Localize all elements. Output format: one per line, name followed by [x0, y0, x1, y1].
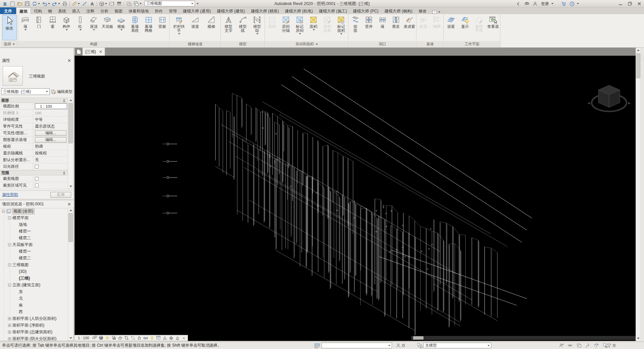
tab-建筑[interactable]: 建筑 — [16, 7, 31, 14]
button-竖井[interactable]: 竖井 — [362, 15, 376, 29]
horizontal-scrollbar[interactable] — [411, 336, 636, 340]
ribbon-collapse-button[interactable] — [432, 10, 440, 14]
panel-label-模型[interactable]: 模型 — [221, 41, 264, 47]
scale-input[interactable]: 1 : 100 — [35, 103, 67, 109]
close-icon[interactable] — [67, 202, 71, 207]
button-面积[interactable]: 面积 — [307, 15, 320, 31]
tree-item[interactable]: 面积平面 (净面积) — [0, 322, 68, 329]
button-标记房间[interactable]: 1标记 房间 — [293, 15, 306, 35]
crop-view-icon[interactable] — [124, 336, 130, 341]
search-icon[interactable] — [524, 1, 529, 6]
tree-item[interactable]: 天花板平面 — [0, 241, 68, 248]
vertical-scrollbar[interactable] — [636, 48, 641, 341]
button-房间分隔[interactable]: 房间 分隔 — [279, 15, 293, 33]
tab-系统[interactable]: 系统 — [55, 7, 69, 14]
expand-icon[interactable] — [8, 331, 11, 334]
expand-icon[interactable] — [8, 324, 11, 327]
button-门[interactable]: 门 — [32, 15, 46, 29]
tree-item[interactable]: 楼层一 — [0, 228, 68, 235]
collapse-icon[interactable] — [8, 284, 11, 287]
button-幕墙网格[interactable]: 幕墙 网格 — [142, 15, 155, 33]
button-模型组[interactable]: 模型 组 — [250, 15, 264, 35]
save-icon[interactable] — [24, 1, 31, 7]
type-preview[interactable] — [3, 66, 23, 86]
tab-管理[interactable]: 管理 — [166, 7, 180, 14]
tree-item[interactable]: 场地 — [0, 221, 68, 228]
button-标记面积[interactable]: 1标记 面积 — [334, 15, 348, 35]
aligned-dimension-icon[interactable] — [81, 1, 88, 7]
tab-视图[interactable]: 视图 — [111, 7, 126, 14]
switch-windows-icon[interactable] — [133, 1, 142, 7]
temp-hide-isolate-icon[interactable] — [143, 336, 149, 341]
checkbox[interactable] — [35, 165, 39, 168]
qat-customize-button[interactable] — [195, 1, 199, 7]
expand-icon[interactable] — [8, 337, 11, 340]
displacement-set-icon[interactable] — [168, 336, 174, 341]
selection-filter-icon[interactable] — [606, 343, 612, 349]
button-构件[interactable]: 构件 — [59, 15, 73, 31]
drawing-area[interactable]: {三维} 1 : 100 < — [75, 48, 636, 341]
pin-select-icon[interactable] — [585, 343, 591, 349]
checkbox[interactable] — [35, 184, 39, 187]
tab-协作[interactable]: 协作 — [152, 7, 166, 14]
edit-button[interactable]: 编辑... — [35, 137, 66, 143]
vcb-expand[interactable]: < — [182, 336, 186, 340]
tree-item[interactable]: 立面 (建筑立面) — [0, 282, 68, 288]
minimize-icon[interactable] — [616, 0, 625, 7]
button-模型文字[interactable]: 模型 文字 — [221, 15, 236, 33]
tree-item[interactable]: 楼层一 — [0, 248, 68, 255]
type-selector[interactable]: 三维视图: {三维} — [1, 88, 50, 95]
tab-结构[interactable]: 结构 — [31, 7, 45, 14]
collapse-icon[interactable] — [8, 216, 11, 219]
button-幕墙系统[interactable]: 幕墙 系统 — [128, 15, 142, 33]
undo-icon[interactable] — [41, 1, 51, 7]
edit-button[interactable]: 编辑... — [35, 131, 66, 136]
button-楼梯[interactable]: 楼梯 — [204, 15, 218, 29]
button-墙[interactable]: 墙 — [18, 15, 32, 31]
button-显示[interactable]: 显示 — [458, 15, 472, 29]
detail-level-icon[interactable] — [92, 336, 98, 341]
horizontal-scrollbar-thumb[interactable] — [413, 336, 424, 340]
collapse-icon[interactable] — [8, 263, 11, 266]
text-icon[interactable]: A — [89, 1, 95, 7]
button-坡道[interactable]: 坡道 — [188, 15, 202, 29]
worksets-icon[interactable] — [314, 343, 320, 349]
shadows-icon[interactable] — [111, 336, 117, 341]
design-options-selector[interactable]: 主模型 — [424, 343, 491, 348]
button-修改[interactable]: 修改 — [2, 15, 17, 40]
button-柱[interactable]: 柱 — [73, 15, 87, 31]
sync-icon[interactable] — [31, 1, 41, 7]
model-wireframe-view[interactable] — [75, 56, 636, 341]
design-options-icon[interactable] — [417, 343, 423, 349]
tab-文件[interactable]: 文件 — [0, 7, 16, 14]
panel-label-选择[interactable]: 选择 — [1, 41, 18, 47]
group-header-图形[interactable]: 图形 — [0, 98, 68, 103]
button-模型线[interactable]: 模型 线 — [236, 15, 250, 33]
panel-label-楼梯坡道[interactable]: 楼梯坡道 — [170, 41, 220, 47]
reveal-hidden-icon[interactable] — [149, 336, 155, 341]
tab-建模大师 (建筑)[interactable]: 建模大师 (建筑) — [214, 7, 248, 14]
button-竖梃[interactable]: 竖梃 — [155, 15, 169, 29]
crop-region-icon[interactable] — [130, 336, 136, 341]
tab-插入[interactable]: 插入 — [69, 7, 83, 14]
tab-建模大师 (通用)[interactable]: 建模大师 (通用) — [180, 7, 214, 14]
sign-in-button[interactable]: 登录 — [541, 1, 549, 7]
redo-icon[interactable] — [51, 1, 61, 7]
print-icon[interactable] — [61, 1, 68, 7]
tab-建模大师 (施工)[interactable]: 建模大师 (施工) — [316, 7, 350, 14]
sun-path-icon[interactable] — [105, 336, 110, 341]
tab-建模大师 (精装)[interactable]: 建模大师 (精装) — [248, 7, 282, 14]
button-窗[interactable]: 窗 — [46, 15, 60, 29]
group-header-范围[interactable]: 范围 — [0, 170, 68, 176]
tab-分析[interactable]: 分析 — [97, 7, 111, 14]
tree-item[interactable]: 三维视图 — [0, 261, 68, 268]
link-select-icon[interactable] — [567, 343, 573, 349]
tab-钢[interactable]: 钢 — [45, 7, 55, 14]
panel-label-基准[interactable]: 基准 — [417, 41, 443, 47]
tree-item[interactable]: 楼层二 — [0, 235, 68, 241]
tab-体量和场地[interactable]: 体量和场地 — [126, 7, 152, 14]
help-icon[interactable]: ? — [569, 1, 575, 6]
open-icon[interactable] — [16, 1, 23, 7]
tree-item[interactable]: 视图 (全部) — [0, 208, 68, 214]
button-按面[interactable]: 按 面 — [349, 15, 362, 33]
